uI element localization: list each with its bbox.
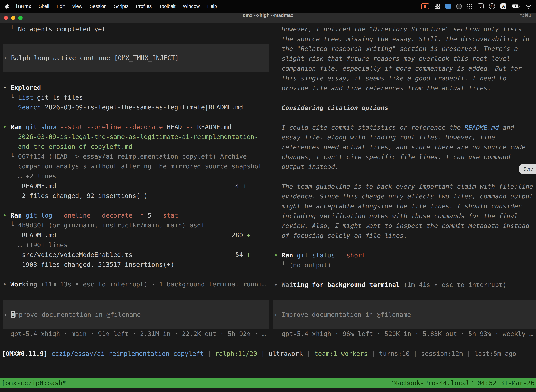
thinking-text: evidence. Since this change only affects… bbox=[274, 191, 536, 201]
working-status: • Working (11m 13s • esc to interrupt) ·… bbox=[3, 280, 271, 289]
commit-line: └ 067f154 (HEAD -> essay/ai-reimplementa… bbox=[3, 152, 271, 161]
battery-percent-icon[interactable]: .61 bbox=[489, 3, 495, 9]
waiting-status: • Waiting for background terminal (1m 41… bbox=[274, 280, 536, 290]
tmux-host-clock: "MacBook-Pro-44.local" 04:52 31-Mar-26 bbox=[390, 378, 535, 388]
text-segment: [OMX#0.11.9] bbox=[2, 350, 48, 357]
text-segment: ultrawork bbox=[268, 350, 303, 357]
text-segment: --oneline --decorate -n bbox=[56, 212, 144, 219]
text-segment: └ (no output) bbox=[274, 261, 331, 269]
explored-header: • Explored bbox=[3, 83, 271, 93]
screen-recording-indicator-icon[interactable] bbox=[421, 3, 429, 9]
diffstat-readme-4: README.md | 4 + bbox=[3, 181, 271, 191]
blank-line bbox=[274, 241, 536, 250]
text-segment: 5 bbox=[144, 212, 155, 219]
text-segment: | bbox=[368, 350, 379, 357]
menu-item-iterm2[interactable]: iTerm2 bbox=[12, 4, 35, 9]
text-segment bbox=[3, 104, 18, 111]
text-segment: team:1 workers bbox=[314, 350, 368, 357]
text-segment: › bbox=[4, 311, 11, 318]
thinking-text: I could cite commit statistics or refere… bbox=[274, 123, 536, 132]
model-status-line: gpt-5.4 xhigh · 96% left · 520K in · 5.8… bbox=[274, 329, 536, 339]
text-segment: git show bbox=[26, 123, 56, 131]
ran-git-log: • Ran git log --oneline --decorate -n 5 … bbox=[3, 210, 271, 220]
menu-item-view[interactable]: View bbox=[68, 4, 86, 9]
text-segment: --stat --oneline --decorate bbox=[60, 123, 163, 131]
text-segment: • bbox=[274, 252, 282, 259]
window-grid-icon[interactable] bbox=[434, 4, 440, 9]
screen: iTerm2ShellEditViewSessionScriptsProfile… bbox=[0, 0, 536, 392]
macos-menubar: iTerm2ShellEditViewSessionScriptsProfile… bbox=[0, 0, 536, 13]
text-segment: src/voice/voiceModeEnabled.ts bbox=[3, 251, 132, 258]
text-segment bbox=[22, 212, 26, 219]
menu-item-edit[interactable]: Edit bbox=[53, 4, 69, 9]
commit-line-wrap: companion analysis without altering the … bbox=[3, 161, 271, 171]
input-source-icon[interactable]: A bbox=[500, 3, 507, 9]
text-cursor: I bbox=[11, 311, 15, 318]
text-segment bbox=[53, 212, 56, 219]
prompt-input[interactable]: › Improve documentation in @filename bbox=[3, 300, 269, 329]
text-segment: HEAD bbox=[163, 123, 186, 131]
text-segment: … +2 lines bbox=[3, 173, 56, 180]
text-segment: provide file and line references from th… bbox=[274, 84, 491, 92]
text-segment: the source tree, missing the essay. Stil… bbox=[274, 35, 529, 42]
text-segment: -- bbox=[186, 123, 193, 131]
prompt-input[interactable]: › Improve documentation in @filename bbox=[273, 300, 536, 329]
diffstat-voice: src/voice/voiceModeEnabled.ts | 54 + bbox=[3, 250, 271, 260]
dark-circle-app-icon[interactable] bbox=[456, 4, 462, 9]
diffstat-summary-1: 2 files changed, 92 insertions(+) bbox=[3, 191, 271, 201]
text-segment: + bbox=[247, 232, 251, 239]
text-segment: 2 files changed, 92 insertions(+) bbox=[3, 192, 148, 199]
text-segment: Ran bbox=[10, 212, 22, 219]
text-segment bbox=[293, 252, 297, 259]
menu-item-help[interactable]: Help bbox=[203, 4, 221, 9]
menu-item-profiles[interactable]: Profiles bbox=[132, 4, 155, 9]
thinking-text: review. Also, I might want to inspect th… bbox=[274, 221, 536, 231]
text-segment: └ 067f154 (HEAD -> essay/ai-reimplementa… bbox=[3, 153, 247, 160]
text-segment bbox=[22, 123, 26, 131]
battery-charging-icon[interactable] bbox=[512, 4, 520, 9]
menu-item-toolbelt[interactable]: Toolbelt bbox=[155, 4, 179, 9]
text-segment: List bbox=[18, 94, 34, 101]
text-segment: | bbox=[220, 232, 224, 239]
essay-filename-1: 2026-03-09-is-legal-the-same-as-legitima… bbox=[3, 132, 271, 142]
menu-item-session[interactable]: Session bbox=[86, 4, 110, 9]
text-segment: 1903 files changed, 513517 insertions(+) bbox=[3, 261, 174, 268]
text-segment bbox=[48, 350, 51, 357]
text-segment: king bbox=[22, 281, 37, 288]
text-segment: • bbox=[3, 281, 10, 288]
terminal-pane-right[interactable]: However, I noticed the "Directory Struct… bbox=[271, 23, 536, 344]
text-segment: (1m 41s • esc to interrupt) bbox=[400, 281, 507, 288]
blue-app-icon[interactable] bbox=[445, 4, 451, 9]
more-lines-note: … +2 lines bbox=[3, 171, 271, 181]
menu-item-shell[interactable]: Shell bbox=[35, 4, 53, 9]
text-segment: --stat bbox=[155, 212, 178, 219]
text-segment: essay file, along with finding root file… bbox=[274, 134, 495, 141]
text-segment: Improve documentation in @filename bbox=[281, 311, 411, 318]
thinking-text: However, I noticed the "Directory Struct… bbox=[274, 24, 536, 34]
text-segment: | bbox=[220, 251, 224, 258]
model-status-line: gpt-5.4 xhigh · main · 91% left · 2.31M … bbox=[3, 329, 271, 339]
text-segment: └ 4b9d30f (origin/main, instructkr/main,… bbox=[3, 222, 205, 229]
text-segment: last:5m ago bbox=[474, 350, 516, 357]
apps-grid-icon[interactable] bbox=[467, 4, 472, 9]
commit-line-2: └ 4b9d30f (origin/main, instructkr/main,… bbox=[3, 220, 271, 230]
apple-menu[interactable] bbox=[4, 4, 12, 9]
thinking-text: the "Related research writing" section i… bbox=[274, 44, 536, 54]
text-segment bbox=[132, 251, 220, 258]
terminal-pane-left[interactable]: └ No agents completed yet› Ralph loop ac… bbox=[0, 23, 271, 344]
thinking-text: changes, I can't cite specific file line… bbox=[274, 152, 536, 162]
menu-item-window[interactable]: Window bbox=[179, 4, 203, 9]
number-key-icon[interactable]: 8 bbox=[478, 3, 483, 9]
menu-item-scripts[interactable]: Scripts bbox=[110, 4, 132, 9]
text-segment: 280 bbox=[224, 232, 247, 239]
text-segment bbox=[335, 252, 339, 259]
diffstat-summary-2: 1903 files changed, 513517 insertions(+) bbox=[3, 260, 271, 270]
blank-line bbox=[3, 201, 271, 210]
screenshot-toast[interactable]: Scre bbox=[519, 164, 536, 173]
text-segment: might be acceptable alongside the file l… bbox=[274, 202, 522, 210]
tmux-status-bar: [omx-cczip0:bash* "MacBook-Pro-44.local"… bbox=[0, 378, 536, 388]
text-segment: Ran bbox=[282, 252, 293, 259]
explored-list: └ List git ls-files bbox=[3, 93, 271, 103]
wifi-icon[interactable] bbox=[526, 4, 532, 9]
text-segment: gpt-5.4 xhigh · 96% left · 520K in · 5.8… bbox=[274, 330, 533, 337]
